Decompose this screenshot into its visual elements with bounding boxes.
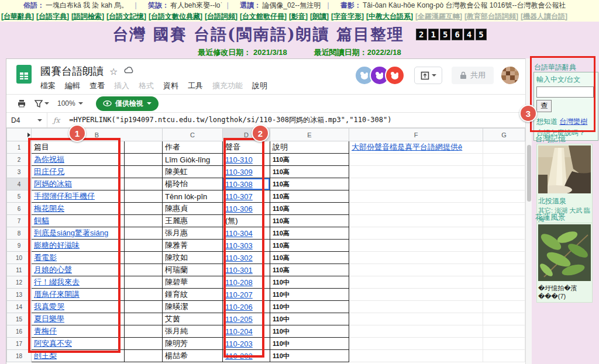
menu-item-查看[interactable]: 查看 (85, 79, 109, 92)
row-number[interactable]: 2 (7, 154, 32, 166)
row-number[interactable]: 17 (7, 338, 32, 350)
row-number[interactable]: 3 (7, 166, 32, 178)
row-number[interactable]: 7 (7, 215, 32, 227)
title-link[interactable]: 阿安真不安 (34, 339, 72, 348)
title-link[interactable]: 行！綴我來去 (34, 278, 80, 286)
column-header-F[interactable]: F (349, 129, 483, 141)
column-header-B[interactable]: B (32, 129, 163, 141)
audio-source-note-link[interactable]: 大部份聲音檔是真平台語網提供ê (352, 143, 462, 151)
row-number[interactable]: 11 (7, 264, 32, 276)
title-link[interactable]: 刣王梨 (34, 351, 57, 360)
share-button[interactable]: 共用 (452, 67, 494, 84)
row-number[interactable]: 9 (7, 240, 32, 252)
row-number[interactable]: 13 (7, 289, 32, 301)
filter-button[interactable] (35, 100, 49, 108)
sheets-logo-icon[interactable] (14, 64, 34, 84)
title-link[interactable]: 夏日樂學 (34, 314, 64, 323)
topbar-link[interactable]: [全羅漢羅互轉] (415, 12, 462, 22)
topbar-link[interactable]: [字音字形] (331, 12, 364, 22)
memory-photo-caption[interactable]: 北投溫泉 (538, 196, 591, 206)
drive-cloud-icon[interactable] (123, 66, 134, 77)
zoom-control[interactable]: 100% (57, 99, 83, 108)
column-header-G[interactable]: G (483, 129, 525, 141)
audio-link[interactable]: 110-307 (225, 192, 253, 201)
menu-item-編輯[interactable]: 編輯 (60, 79, 85, 92)
topbar-link[interactable]: [台語文數位典藏] (149, 12, 202, 22)
title-link[interactable]: 我真愛哭 (34, 302, 64, 311)
word-of-day-link[interactable]: 台灣欒樹 (559, 117, 587, 126)
audio-link[interactable]: 110-303 (225, 241, 253, 250)
topbar-link[interactable]: [語詞檢索] (71, 12, 104, 22)
row-number[interactable]: 10 (7, 252, 32, 264)
audio-link[interactable]: 110-302 (225, 254, 253, 262)
scrollbar-thumb[interactable] (527, 145, 531, 202)
title-link[interactable]: 飼貓 (34, 216, 49, 225)
hot-spring-photo[interactable] (538, 145, 591, 193)
column-header-C[interactable]: C (163, 129, 223, 141)
title-link[interactable]: 手摺簿仔和手機仔 (34, 192, 95, 200)
row-number[interactable]: 5 (7, 190, 32, 203)
doc-title[interactable]: 國賽台語朗讀 (40, 64, 104, 78)
title-link[interactable]: 厝鳥仔來開講 (34, 290, 80, 299)
title-link[interactable]: 為你祝福 (34, 155, 64, 164)
row-number[interactable]: 16 (7, 325, 32, 338)
topbar-link[interactable]: [台語文記憶] (106, 12, 146, 22)
topbar-link[interactable]: [中教大台語系] (366, 12, 413, 22)
title-link[interactable]: 到底是siáng驚著siáng (34, 228, 108, 237)
audio-link[interactable]: 110-207 (225, 290, 253, 299)
row-number[interactable]: 1 (7, 141, 32, 154)
audio-link[interactable]: 110-203 (225, 339, 253, 348)
view-only-button[interactable]: 僅供檢視 (96, 96, 159, 111)
audio-link[interactable]: 110-202 (225, 352, 253, 360)
menu-item-資料[interactable]: 資料 (159, 79, 183, 92)
audio-link[interactable]: 110-205 (225, 315, 253, 324)
topbar-link[interactable]: [台華辭典] (1, 12, 34, 22)
row-number[interactable]: 6 (7, 203, 32, 215)
audio-link[interactable]: 110-306 (225, 204, 253, 213)
corner-cell[interactable] (7, 129, 32, 141)
row-number[interactable]: 15 (7, 313, 32, 325)
memory-other-link[interactable]: 大武 (569, 207, 582, 214)
topbar-link[interactable]: [影音] (289, 12, 308, 22)
row-number[interactable]: 14 (7, 301, 32, 313)
print-button[interactable] (17, 99, 26, 108)
audio-link[interactable]: 110-309 (225, 168, 253, 176)
menu-item-說明[interactable]: 說明 (247, 79, 272, 92)
cell-reference-box[interactable]: D4 (6, 113, 47, 127)
topbar-link[interactable]: [台語詞頻] (205, 12, 237, 22)
menu-item-擴充功能[interactable]: 擴充功能 (208, 79, 247, 92)
topbar-link[interactable]: [機器人讀台語] (521, 12, 567, 22)
title-link[interactable]: 田庄仔兄 (34, 167, 64, 176)
row-number[interactable]: 12 (7, 276, 32, 289)
topbar-link[interactable]: [朗讀] (310, 12, 329, 22)
menu-item-格式[interactable]: 格式 (134, 79, 159, 92)
dictionary-search-button[interactable]: 查 (536, 100, 552, 112)
title-link[interactable]: 阿媽的冰箱 (34, 179, 72, 188)
title-link[interactable]: 看電影 (34, 253, 57, 262)
topbar-link[interactable]: [台語字典] (36, 12, 69, 22)
audio-link[interactable]: 110-301 (225, 266, 253, 275)
title-link[interactable]: 膨糖的好滋味 (34, 241, 80, 249)
audio-link[interactable]: 110-204 (225, 327, 253, 336)
star-icon[interactable]: ☆ (109, 66, 118, 77)
leaves-photo[interactable] (538, 224, 591, 281)
menu-item-檔案[interactable]: 檔案 (36, 79, 60, 92)
row-number[interactable]: 18 (7, 350, 32, 362)
audio-link[interactable]: 110-206 (225, 303, 253, 311)
menu-item-插入[interactable]: 插入 (109, 79, 134, 92)
audio-link[interactable]: 110-304 (225, 229, 253, 238)
menu-item-工具[interactable]: 工具 (183, 79, 208, 92)
row-number[interactable]: 8 (7, 227, 32, 240)
formula-input[interactable]: =HYPERLINK("ip194097.ntcu.edu.tw/longtho… (66, 115, 391, 125)
audio-link[interactable]: 110-208 (225, 278, 253, 287)
title-link[interactable]: 梅花開矣 (34, 204, 64, 213)
title-link[interactable]: 月娘的心聲 (34, 265, 72, 274)
column-header-E[interactable]: E (270, 129, 349, 141)
pop-out-button[interactable] (414, 67, 442, 84)
hidden-column-marker-icon[interactable] (27, 133, 30, 137)
topbar-link[interactable]: [教育部台語詞頻] (464, 12, 518, 22)
topbar-link[interactable]: [台文館歌仔冊] (240, 12, 287, 22)
anonymous-viewer-avatar-3[interactable] (385, 65, 405, 85)
audio-link[interactable]: 110-310 (225, 155, 253, 164)
audio-link[interactable]: 110-308 (225, 180, 253, 189)
